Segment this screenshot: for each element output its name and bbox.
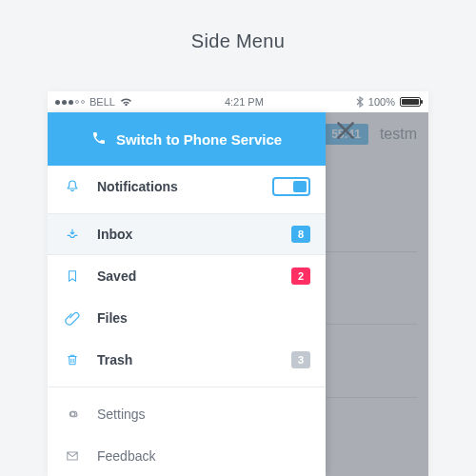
sidebar-item-label: Inbox bbox=[97, 227, 276, 242]
switch-service-label: Switch to Phone Service bbox=[116, 131, 282, 148]
bookmark-icon bbox=[63, 268, 82, 284]
trash-badge: 3 bbox=[291, 351, 310, 368]
sidebar-item-settings[interactable]: Settings bbox=[48, 393, 326, 435]
clock-label: 4:21 PM bbox=[225, 96, 264, 108]
sidebar-item-label: Feedback bbox=[97, 448, 310, 464]
trash-icon bbox=[63, 352, 82, 367]
paperclip-icon bbox=[63, 310, 82, 326]
sidebar-item-notifications[interactable]: Notifications bbox=[48, 166, 326, 208]
close-icon[interactable] bbox=[333, 118, 358, 147]
device-frame: BELL 4:21 PM 100% 55:41 testm UI8 Market… bbox=[48, 91, 428, 476]
saved-badge: 2 bbox=[291, 268, 310, 285]
sidebar-item-saved[interactable]: Saved 2 bbox=[48, 255, 326, 297]
side-menu: Switch to Phone Service Notifications In… bbox=[48, 112, 326, 476]
sidebar-item-label: Trash bbox=[97, 352, 276, 367]
sidebar-item-feedback[interactable]: Feedback bbox=[48, 435, 326, 476]
menu-divider bbox=[48, 387, 326, 387]
sidebar-item-label: Files bbox=[97, 310, 310, 326]
status-bar: BELL 4:21 PM 100% bbox=[48, 91, 428, 112]
inbox-badge: 8 bbox=[291, 226, 310, 243]
sidebar-item-label: Notifications bbox=[97, 179, 257, 194]
notifications-toggle[interactable] bbox=[272, 177, 310, 196]
carrier-label: BELL bbox=[89, 96, 115, 108]
switch-service-button[interactable]: Switch to Phone Service bbox=[48, 112, 326, 166]
battery-pct-label: 100% bbox=[368, 96, 395, 108]
sidebar-item-trash[interactable]: Trash 3 bbox=[48, 339, 326, 381]
sidebar-item-inbox[interactable]: Inbox 8 bbox=[48, 213, 326, 255]
phone-icon bbox=[91, 130, 107, 149]
signal-dots-icon bbox=[55, 100, 85, 105]
battery-icon bbox=[400, 97, 421, 107]
page-title: Side Menu bbox=[0, 0, 476, 81]
wifi-icon bbox=[120, 97, 132, 107]
sidebar-item-label: Settings bbox=[97, 407, 310, 422]
bell-icon bbox=[63, 179, 82, 194]
bluetooth-icon bbox=[356, 96, 364, 108]
sidebar-item-files[interactable]: Files bbox=[48, 297, 326, 339]
mail-icon bbox=[63, 449, 82, 463]
gear-icon bbox=[63, 407, 82, 422]
inbox-icon bbox=[63, 227, 82, 242]
sidebar-item-label: Saved bbox=[97, 268, 276, 284]
